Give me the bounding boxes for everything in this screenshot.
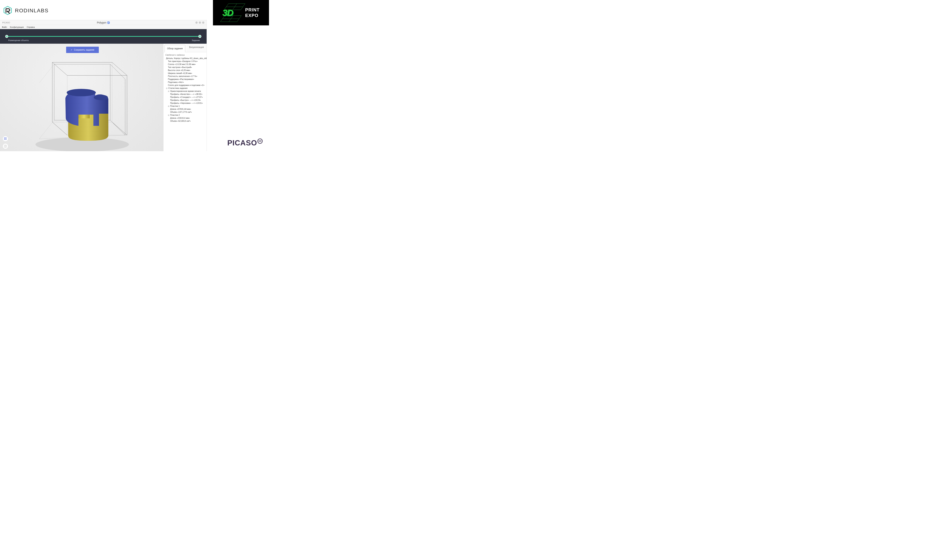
section-title: Сведения о задании: [163, 52, 207, 57]
print-expo-banner: 3D PRINT EXPO: [213, 0, 269, 25]
svg-line-21: [52, 122, 67, 135]
rodinlabs-logo: RODINLABS: [3, 6, 49, 15]
scene-3d: [32, 51, 129, 151]
svg-rect-3: [6, 137, 6, 138]
detail-infill: Плотность заполнения «17 %»: [165, 75, 205, 78]
svg-point-27: [94, 95, 108, 100]
window-minimize-icon[interactable]: [196, 22, 197, 24]
print-expo-3d-icon: 3D: [222, 4, 243, 21]
detail-time-header[interactable]: Ориентировочное время печати: [165, 89, 205, 92]
svg-point-26: [67, 89, 96, 96]
svg-rect-2: [5, 137, 6, 138]
progress-step-2[interactable]: 2: [198, 35, 201, 38]
detail-stats-header[interactable]: Статистика задания: [165, 87, 205, 89]
detail-plastic2-header[interactable]: Пластик 2: [165, 114, 205, 117]
svg-line-14: [110, 64, 125, 79]
print-expo-text: PRINT EXPO: [245, 7, 260, 18]
book-tool-icon[interactable]: [3, 143, 8, 149]
detail-layer-height: Высота слоя «0,20 мм»: [165, 69, 205, 72]
detail-raft: Подложка «Нет»: [165, 81, 205, 84]
svg-rect-8: [5, 139, 6, 140]
tab-overview[interactable]: Обзор задания: [165, 45, 185, 52]
detail-part: Деталь: Корпус турбины K3_down_abs_old.p…: [165, 57, 205, 60]
menu-configuration[interactable]: Конфигурация: [10, 26, 24, 28]
svg-rect-4: [4, 138, 5, 139]
progress-label-1: Размещение объекта: [8, 39, 29, 42]
detail-profile-draft: Профиль «Черновик» ---> «13:01»: [165, 102, 205, 105]
titlebar-title: Polygon: [97, 21, 110, 24]
rodinlabs-text: RODINLABS: [15, 8, 49, 14]
titlebar: PICASO Polygon: [0, 20, 207, 25]
left-toolbar: [3, 136, 8, 149]
viewport-3d[interactable]: Сохранить задание: [0, 44, 163, 151]
detail-plastic2-volume: Объём «52,0013 см³»: [165, 120, 205, 123]
wizard-progress: 1 2 Размещение объекта Задание: [0, 29, 207, 44]
tab-visualization[interactable]: Визуализация: [186, 44, 207, 52]
detail-plastic2-length: Длина «21619,4 мм»: [165, 117, 205, 120]
check-icon: [71, 49, 72, 51]
detail-plastic1-header[interactable]: Пластик 1: [165, 105, 205, 108]
rodinlabs-mark-icon: [3, 6, 12, 15]
progress-step-1[interactable]: 1: [5, 35, 8, 38]
detail-settings-type: Тип настроек «Быстрый»: [165, 66, 205, 69]
svg-line-13: [39, 64, 54, 83]
svg-rect-7: [4, 139, 5, 140]
job-details: Деталь: Корпус турбины K3_down_abs_old.p…: [163, 57, 207, 124]
window-close-icon[interactable]: [202, 22, 204, 24]
right-panel: Обзор задания Визуализация Сведения о за…: [163, 44, 207, 151]
window-controls: [196, 22, 204, 24]
grid-tool-icon[interactable]: [3, 136, 8, 142]
menu-help[interactable]: Справка: [27, 26, 35, 28]
detail-profile-quality: Профиль «Качество» ---> «38:02»: [165, 92, 205, 95]
polygonx-icon: [107, 21, 109, 24]
detail-printer-type: Тип принтера «Designer X Pro»: [165, 60, 205, 63]
right-panel-tabs: Обзор задания Визуализация: [163, 44, 207, 52]
menubar: Файл Конфигурация Справка: [0, 25, 207, 29]
window-maximize-icon[interactable]: [199, 22, 201, 24]
detail-support: Поддержка «Растворимая»: [165, 78, 205, 81]
svg-line-17: [39, 79, 125, 83]
detail-profile-fast: Профиль «Быстро» ---> «19:23»: [165, 98, 205, 102]
svg-rect-9: [6, 139, 6, 140]
detail-plastic1-length: Длина «57031,44 мм»: [165, 108, 205, 111]
detail-line-width: Ширина линий «0,36 мм»: [165, 72, 205, 75]
detail-plastic1-volume: Объём «137,1773 см³»: [165, 111, 205, 114]
picaso3d-logo: PICASO 3D: [227, 139, 263, 147]
svg-marker-0: [4, 6, 11, 15]
detail-profile-standard: Профиль «Стандарт» ---> «27:07»: [165, 95, 205, 98]
svg-rect-1: [4, 137, 5, 138]
svg-rect-5: [5, 138, 6, 139]
picaso3d-badge: 3D: [257, 138, 263, 144]
detail-nozzles: Сопла «1:0.30 мм 2:0.30 мм»: [165, 63, 205, 66]
menu-file[interactable]: Файл: [2, 26, 7, 28]
progress-label-2: Задание: [192, 39, 200, 42]
svg-rect-6: [6, 138, 6, 139]
workspace: Сохранить задание: [0, 44, 207, 151]
svg-line-16: [39, 120, 54, 139]
detail-support-nozzle: Сопло для поддержки и подложки «2»: [165, 84, 205, 87]
svg-line-22: [112, 122, 127, 135]
app-window: PICASO Polygon Файл Конфигурация Справка…: [0, 20, 207, 151]
